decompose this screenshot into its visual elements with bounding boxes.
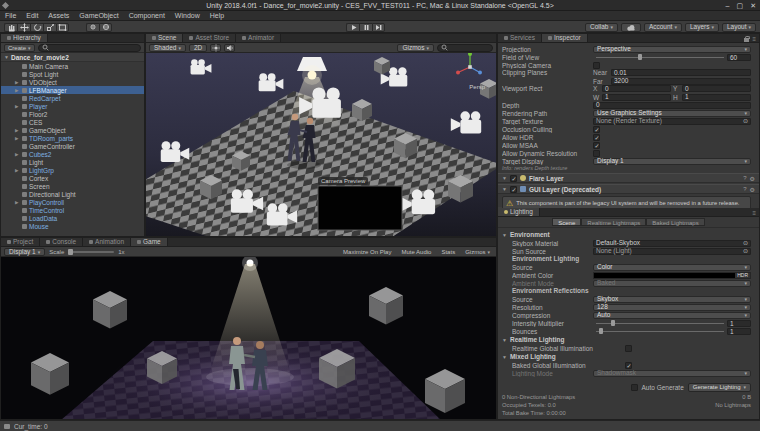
scene-view-tab[interactable]: Animator [236,33,281,42]
menu-item[interactable]: Assets [43,11,74,20]
lighting-mode-tab[interactable]: Realtime Lightmaps [581,218,646,226]
layout-dropdown[interactable]: Layout▾ [722,23,756,32]
hierarchy-search[interactable] [38,44,141,52]
layers-dropdown[interactable]: Layers▾ [685,23,719,32]
menu-item[interactable]: Edit [21,11,43,20]
scene-search[interactable] [437,44,493,52]
depth-field[interactable]: 0 [593,102,751,109]
flare-layer-enabled-checkbox[interactable] [510,175,517,182]
foldout-arrow-icon[interactable]: ▼ [502,186,507,192]
maximize-on-play-toggle[interactable]: Maximize On Play [340,249,394,255]
hierarchy-item[interactable]: ▶ GameController [1,142,144,150]
close-button[interactable]: ✕ [750,0,756,11]
hierarchy-item[interactable]: ▶ Directional Light [1,190,144,198]
viewport-x-field[interactable]: 0 [602,85,671,92]
scene-view-tab[interactable]: Asset Store [183,33,236,42]
bounces-slider[interactable] [596,331,724,332]
help-icon[interactable]: ? [743,186,746,193]
hierarchy-item[interactable]: ▶ Player [1,102,144,110]
reflections-source-dropdown[interactable]: Skybox▾ [593,296,751,303]
fov-slider[interactable] [596,57,724,58]
expand-arrow-icon[interactable]: ▶ [15,136,20,141]
rect-tool-button[interactable] [56,23,69,32]
menu-icon[interactable]: ≡ [752,36,756,42]
rotate-tool-button[interactable] [30,23,43,32]
gear-icon[interactable]: ⚙ [750,186,755,193]
game-viewport[interactable] [1,257,496,420]
inspector-tab[interactable]: Inspector [542,33,588,42]
bottom-tab[interactable]: Animation [83,237,131,246]
gear-icon[interactable]: ⚙ [750,175,755,182]
shading-mode-dropdown[interactable]: Shaded▾ [149,44,186,52]
resolution-dropdown[interactable]: 128▾ [593,304,751,311]
2d-toggle-button[interactable]: 2D [189,44,207,52]
hierarchy-item[interactable]: ▶ TDRoom_parts [1,134,144,142]
hierarchy-item[interactable]: ▶ Floor2 [1,110,144,118]
scene-lighting-toggle[interactable] [210,44,221,52]
maximize-button[interactable]: ▢ [737,0,744,11]
mixed-lighting-section-header[interactable]: ▼ Mixed Lighting [502,352,751,361]
lock-icon[interactable] [744,38,749,42]
hand-tool-button[interactable] [4,23,17,32]
object-picker-icon[interactable]: ⊙ [743,248,748,254]
object-picker-icon[interactable]: ⊙ [743,240,748,246]
account-dropdown[interactable]: Account▾ [644,23,682,32]
scale-tool-button[interactable] [43,23,56,32]
sun-source-field[interactable]: None (Light)⊙ [593,248,751,255]
hierarchy-item[interactable]: ▶ Main Camera [1,62,144,70]
foldout-arrow-icon[interactable]: ▼ [502,175,507,181]
viewport-h-field[interactable]: 1 [682,94,751,101]
hierarchy-item[interactable]: ▶ CES [1,118,144,126]
bottom-tab[interactable]: Project [1,237,40,246]
intensity-slider[interactable] [596,323,724,324]
hierarchy-item[interactable]: ▶ Cubes2 [1,150,144,158]
lighting-mode-dropdown[interactable]: Shadowmask▾ [593,370,751,377]
scene-audio-toggle[interactable] [224,44,235,52]
hierarchy-item[interactable]: ▶ PlayControll [1,198,144,206]
hierarchy-item[interactable]: ▶ Spot Light [1,70,144,78]
gui-layer-enabled-checkbox[interactable] [510,186,517,193]
scale-slider-thumb[interactable] [68,249,73,255]
menu-item[interactable]: Component [124,11,170,20]
foldout-arrow-icon[interactable]: ▼ [502,232,507,238]
foldout-arrow-icon[interactable]: ▼ [502,354,507,360]
scene-view-tab[interactable]: Scene [146,33,183,42]
menu-item[interactable]: GameObject [74,11,123,20]
bottom-tab[interactable]: Game [131,237,168,246]
cloud-button[interactable] [621,23,641,32]
realtime-lighting-section-header[interactable]: ▼ Realtime Lighting [502,335,751,344]
near-field[interactable]: 0.01 [611,69,751,76]
far-field[interactable]: 3200 [611,78,751,85]
fov-slider-thumb[interactable] [638,54,642,60]
hierarchy-item[interactable]: ▶ RedCarpet [1,94,144,102]
game-gizmos-dropdown[interactable]: Gizmos▾ [462,249,493,255]
hierarchy-item[interactable]: ▶ LightGrp [1,166,144,174]
environment-section-header[interactable]: ▼ Environment [502,230,751,239]
collab-button[interactable]: Collab▾ [585,23,618,32]
foldout-arrow-icon[interactable]: ▼ [4,54,9,60]
move-tool-button[interactable] [17,23,30,32]
occlusion-culling-checkbox[interactable] [593,126,600,133]
hierarchy-item[interactable]: ▶ VDObject [1,78,144,86]
expand-arrow-icon[interactable]: ▶ [15,104,20,109]
realtime-gi-checkbox[interactable] [625,345,632,352]
target-display-dropdown[interactable]: Display 1▾ [593,158,751,165]
menu-item[interactable]: File [0,11,21,20]
object-picker-icon[interactable]: ⊙ [743,118,748,124]
hierarchy-item[interactable]: ▶ Mouse [1,222,144,230]
gizmos-dropdown[interactable]: Gizmos▾ [397,44,434,52]
auto-generate-checkbox[interactable] [631,384,638,391]
generate-lighting-button[interactable]: Generate Lighting▾ [688,383,751,392]
allow-hdr-checkbox[interactable] [593,134,600,141]
hierarchy-item[interactable]: ▶ Cortex [1,174,144,182]
rendering-path-dropdown[interactable]: Use Graphics Settings▾ [593,110,751,117]
ambient-color-swatch[interactable]: HDR [593,272,751,279]
hierarchy-search-input[interactable] [51,45,137,51]
env-lighting-source-dropdown[interactable]: Color▾ [593,264,751,271]
scene-foldout[interactable]: ▼ Dance_for_movie2 [1,53,144,62]
scene-search-input[interactable] [450,45,489,51]
bounces-value-field[interactable]: 1 [727,328,751,335]
expand-arrow-icon[interactable]: ▶ [15,168,20,173]
expand-arrow-icon[interactable]: ▶ [15,200,20,205]
expand-arrow-icon[interactable]: ▶ [15,152,20,157]
